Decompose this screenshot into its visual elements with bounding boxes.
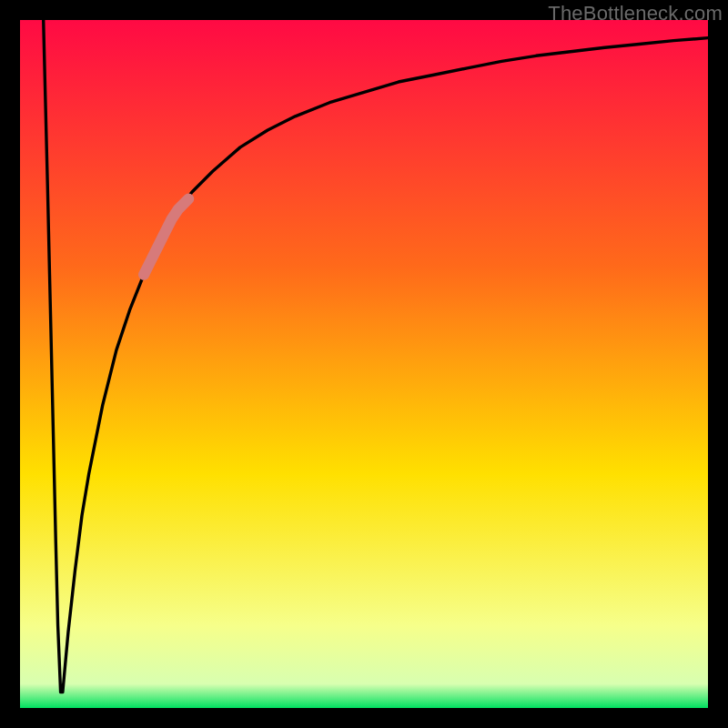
chart-plot (20, 20, 708, 708)
gradient-background (20, 20, 708, 708)
chart-frame: TheBottleneck.com (0, 0, 728, 728)
